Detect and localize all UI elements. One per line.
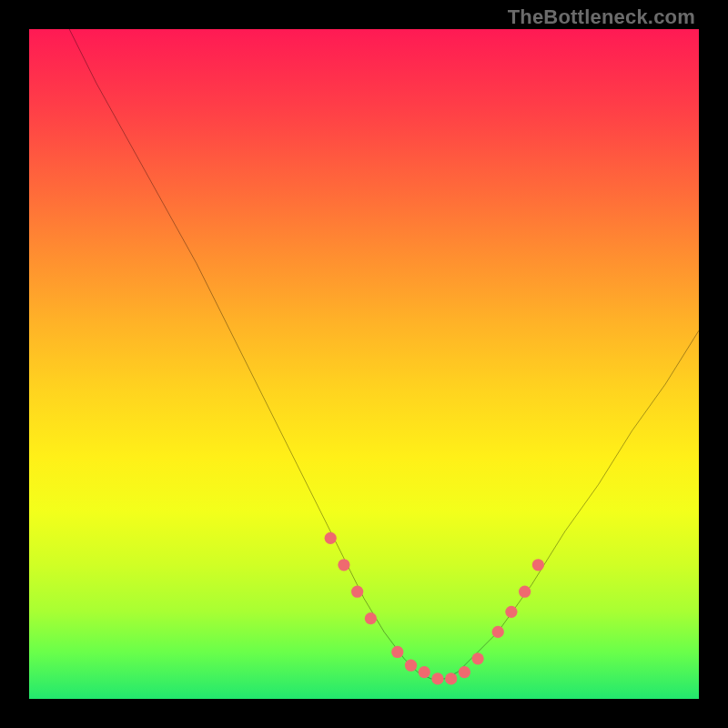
marker-dot [492, 626, 504, 638]
watermark-text: TheBottleneck.com [508, 5, 695, 29]
marker-dot [365, 612, 377, 624]
plot-area [29, 29, 699, 699]
marker-dot [391, 646, 403, 658]
chart-stage: TheBottleneck.com [0, 0, 728, 728]
marker-dot [519, 586, 531, 598]
marker-dot [445, 672, 457, 684]
marker-dot [505, 606, 517, 618]
marker-dot [431, 672, 443, 684]
marker-dot [351, 586, 363, 598]
marker-dot [419, 666, 430, 678]
marker-dot [405, 660, 417, 672]
marker-dot [459, 666, 470, 678]
curve-layer [29, 29, 699, 699]
marker-dot [532, 559, 544, 571]
bottleneck-curve [69, 29, 699, 679]
highlight-dots [325, 532, 544, 685]
marker-dot [471, 652, 483, 664]
marker-dot [338, 559, 349, 571]
marker-dot [325, 532, 337, 544]
